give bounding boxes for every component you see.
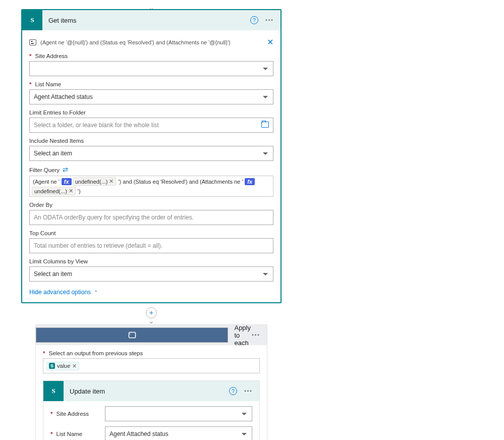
chevron-up-icon: ⌃ xyxy=(94,290,98,295)
list-name-label: List Name xyxy=(35,81,61,87)
site-address-label: Site Address xyxy=(56,411,89,417)
card-title: Get items xyxy=(42,17,249,24)
limit-folder-input[interactable]: Select a folder, or leave blank for the … xyxy=(29,118,273,133)
connector-arrow: ⌄ xyxy=(148,319,154,322)
close-peek-icon[interactable]: ✕ xyxy=(267,37,273,47)
action-card-update-item: S Update item ? ··· *Site Address *List … xyxy=(43,380,260,440)
code-peek-text: (Agent ne '@{null}') and (Status eq 'Res… xyxy=(40,39,231,45)
more-menu-button[interactable]: ··· xyxy=(264,15,274,25)
site-address-label: Site Address xyxy=(35,53,68,59)
help-button[interactable]: ? xyxy=(249,15,259,25)
hide-advanced-toggle[interactable]: Hide advanced options⌃ xyxy=(29,289,98,296)
help-icon: ? xyxy=(250,16,258,24)
select-output-input[interactable]: S value ✕ xyxy=(43,358,260,373)
filter-query-label: Filter Query xyxy=(29,167,60,173)
expression-token[interactable]: undefined(...)✕ xyxy=(32,187,76,195)
list-name-label: List Name xyxy=(56,431,82,437)
expression-token[interactable]: undefined(...)✕ xyxy=(73,177,117,186)
swap-mode-icon[interactable]: ⇄ xyxy=(63,166,68,174)
card-title: Apply to each xyxy=(228,324,251,347)
include-nested-label: Include Nested Items xyxy=(29,138,84,144)
card-header[interactable]: Apply to each ··· xyxy=(36,325,267,345)
action-card-get-items: S Get items ? ··· (Agent ne '@{null}') a… xyxy=(21,9,282,303)
help-icon: ? xyxy=(229,387,237,395)
top-count-label: Top Count xyxy=(29,230,55,236)
include-nested-dropdown[interactable]: Select an item xyxy=(29,146,273,161)
code-peek-row: (Agent ne '@{null}') and (Status eq 'Res… xyxy=(29,35,273,53)
fx-token[interactable]: fx xyxy=(62,178,72,185)
order-by-label: Order By xyxy=(29,202,52,208)
sharepoint-badge-icon: S xyxy=(49,363,55,369)
remove-token-icon[interactable]: ✕ xyxy=(69,188,73,194)
list-name-dropdown[interactable]: Agent Attached status xyxy=(29,89,273,104)
list-name-dropdown[interactable]: Agent Attached status xyxy=(105,426,252,440)
site-address-dropdown[interactable] xyxy=(29,61,273,76)
dynamic-content-token[interactable]: S value ✕ xyxy=(46,362,79,370)
limit-folder-label: Limit Entries to Folder xyxy=(29,109,86,116)
help-button[interactable]: ? xyxy=(228,386,238,396)
card-header[interactable]: S Update item ? ··· xyxy=(43,381,259,401)
select-output-label: Select an output from previous steps xyxy=(48,350,143,356)
remove-token-icon[interactable]: ✕ xyxy=(109,178,114,185)
card-title: Update item xyxy=(64,388,228,395)
filter-query-input[interactable]: (Agent ne ' fx undefined(...)✕ ') and (S… xyxy=(29,176,273,197)
code-peek-icon xyxy=(29,39,36,45)
site-address-dropdown[interactable] xyxy=(105,406,252,421)
loop-icon xyxy=(36,327,228,343)
fx-token[interactable]: fx xyxy=(245,178,255,185)
card-header[interactable]: S Get items ? ··· xyxy=(22,10,281,30)
limit-cols-dropdown[interactable]: Select an item xyxy=(29,266,273,282)
limit-cols-label: Limit Columns by View xyxy=(29,258,88,264)
more-menu-button[interactable]: ··· xyxy=(243,386,253,396)
remove-token-icon[interactable]: ✕ xyxy=(72,363,77,369)
action-card-apply-to-each: Apply to each ··· *Select an output from… xyxy=(35,324,267,440)
more-menu-button[interactable]: ··· xyxy=(251,330,261,340)
top-count-input[interactable]: Total number of entries to retrieve (def… xyxy=(29,238,273,253)
sharepoint-icon: S xyxy=(22,10,42,30)
order-by-input[interactable]: An ODATA orderBy query for specifying th… xyxy=(29,210,273,225)
sharepoint-icon: S xyxy=(43,381,64,401)
